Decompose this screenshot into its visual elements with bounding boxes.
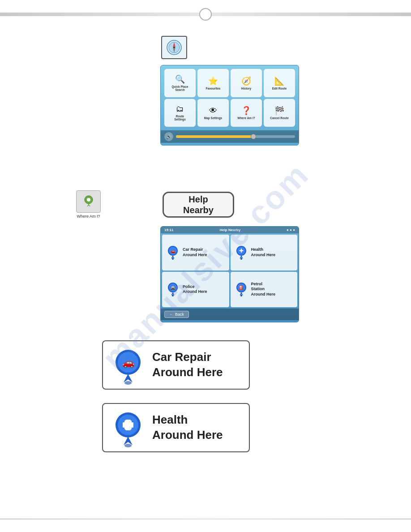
- hns-title: Help Nearby: [219, 228, 240, 232]
- svg-text:🚗: 🚗: [122, 356, 135, 369]
- car-repair-icon: 🚗: [166, 245, 180, 260]
- health-line1: Health: [152, 413, 188, 426]
- hns-health-cell[interactable]: ✚ HealthAround Here: [231, 235, 298, 270]
- svg-point-19: [172, 295, 174, 296]
- hns-time: 15:11: [164, 228, 173, 232]
- svg-text:✚: ✚: [239, 248, 244, 254]
- bottom-decorative-bar: [0, 519, 411, 519]
- hns-car-repair-text: Car RepairAround Here: [183, 247, 207, 257]
- map-settings-label: Map Settings: [204, 116, 222, 120]
- where-am-i-label: Where Am I?: [237, 116, 255, 120]
- hns-title-bar: 15:11 Help Nearby ● ● ●: [161, 227, 299, 233]
- history-btn[interactable]: 🧭 History: [231, 69, 262, 97]
- car-repair-line2: Around Here: [152, 365, 223, 379]
- volume-knob: [251, 134, 256, 139]
- top-decorative-bar: [0, 13, 411, 16]
- favourites-btn[interactable]: ⭐ Favourites: [197, 69, 229, 97]
- hns-status-icons: ● ● ●: [287, 228, 295, 232]
- map-settings-icon: 👁: [209, 106, 217, 116]
- nav-screen-arrow[interactable]: ›: [293, 68, 295, 76]
- police-icon: 🚔: [166, 282, 180, 296]
- quick-place-label: Quick PlaceSearch: [172, 85, 188, 91]
- edit-route-btn[interactable]: 📐 Edit Route: [264, 69, 295, 97]
- history-label: History: [241, 87, 251, 90]
- search-icon: 🔍: [175, 74, 185, 84]
- volume-fill: [176, 135, 253, 138]
- svg-text:🚗: 🚗: [170, 248, 176, 254]
- svg-point-4: [173, 47, 175, 48]
- where-am-i-thumbnail: ?: [76, 190, 101, 213]
- hns-petrol-cell[interactable]: ⛽ PetrolStationAround Here: [231, 272, 298, 308]
- car-repair-line1: Car Repair: [152, 350, 211, 364]
- nav-screen-grid: 🔍 Quick PlaceSearch ⭐ Favourites 🧭 Histo…: [161, 65, 299, 130]
- map-settings-btn[interactable]: 👁 Map Settings: [197, 99, 229, 127]
- svg-point-37: [124, 444, 132, 447]
- large-car-repair-text: Car Repair Around Here: [152, 350, 223, 380]
- large-health-icon: [112, 412, 144, 444]
- health-pin-svg: [112, 412, 144, 447]
- svg-text:⛽: ⛽: [239, 285, 244, 291]
- cancel-route-icon: 🏁: [274, 106, 284, 116]
- large-health-text: Health Around Here: [152, 412, 223, 443]
- back-arrow-icon: ←: [169, 312, 173, 317]
- main-nav-screen: › 🔍 Quick PlaceSearch ⭐ Favourites 🧭 His…: [160, 65, 299, 146]
- large-health-button[interactable]: Health Around Here: [102, 403, 250, 452]
- nav-icon-box: [161, 36, 187, 59]
- hns-back-button[interactable]: ← Back: [164, 311, 189, 318]
- health-line2: Around Here: [152, 428, 223, 442]
- where-am-i-btn[interactable]: ❓ Where Am I?: [231, 99, 262, 127]
- history-icon: 🧭: [241, 76, 251, 86]
- car-repair-pin-svg: 🚗: [112, 349, 144, 385]
- svg-rect-36: [123, 422, 133, 428]
- quick-place-search-btn[interactable]: 🔍 Quick PlaceSearch: [164, 69, 196, 97]
- hns-grid: 🚗 Car RepairAround Here ✚ HealthAround H…: [161, 233, 299, 309]
- svg-text:🚔: 🚔: [170, 285, 176, 291]
- help-nearby-label: HelpNearby: [183, 194, 214, 215]
- route-settings-icon: 🗂: [176, 104, 184, 114]
- hns-health-text: HealthAround Here: [251, 247, 276, 257]
- large-car-repair-button[interactable]: 🚗 Car Repair Around Here: [102, 340, 250, 390]
- svg-point-23: [240, 295, 242, 296]
- hns-police-text: PoliceAround Here: [183, 284, 207, 295]
- top-bar-circle: [199, 8, 212, 21]
- large-car-repair-icon: 🚗: [112, 349, 144, 381]
- hns-car-repair-cell[interactable]: 🚗 Car RepairAround Here: [162, 235, 229, 270]
- svg-text:?: ?: [88, 199, 90, 202]
- svg-point-11: [172, 258, 174, 260]
- favourites-label: Favourites: [206, 87, 221, 90]
- health-icon: ✚: [234, 245, 248, 260]
- where-am-i-icon: ❓: [241, 106, 251, 116]
- edit-route-label: Edit Route: [272, 87, 287, 90]
- hns-back-bar: ← Back: [161, 309, 299, 320]
- speaker-button[interactable]: 🔊: [164, 132, 173, 141]
- cancel-route-btn[interactable]: 🏁 Cancel Route: [264, 99, 295, 127]
- nav-icon-container: [161, 36, 187, 59]
- where-am-i-icon-container[interactable]: ? Where Am I?: [76, 190, 101, 219]
- star-icon: ⭐: [208, 76, 218, 86]
- hns-back-label: Back: [175, 312, 184, 317]
- route-settings-btn[interactable]: 🗂 RouteSettings: [164, 99, 196, 127]
- nav-screen-volume-bar: 🔊: [161, 130, 299, 143]
- help-nearby-screen: 15:11 Help Nearby ● ● ● 🚗 Car RepairArou…: [160, 226, 299, 322]
- where-am-i-text: Where Am I?: [77, 214, 100, 219]
- where-am-i-svg: ?: [81, 193, 97, 210]
- route-settings-label: RouteSettings: [174, 115, 186, 121]
- hns-petrol-text: PetrolStationAround Here: [251, 282, 276, 297]
- svg-point-15: [240, 258, 242, 260]
- petrol-icon: ⛽: [234, 282, 248, 296]
- compass-icon: [166, 39, 182, 56]
- cancel-route-label: Cancel Route: [270, 116, 289, 120]
- volume-bar[interactable]: [176, 135, 295, 138]
- hns-police-cell[interactable]: 🚔 PoliceAround Here: [162, 272, 229, 308]
- edit-route-icon: 📐: [274, 76, 284, 86]
- help-nearby-button[interactable]: HelpNearby: [163, 192, 234, 218]
- svg-point-27: [124, 381, 132, 385]
